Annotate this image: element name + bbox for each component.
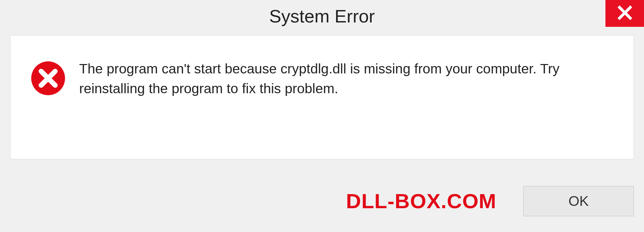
ok-button[interactable]: OK [523, 186, 634, 216]
watermark-text: DLL-BOX.COM [346, 189, 496, 213]
dialog-title: System Error [269, 6, 375, 26]
dialog-content: The program can't start because cryptdlg… [10, 35, 634, 159]
error-icon [31, 61, 66, 96]
close-icon [617, 5, 633, 22]
dialog-footer: DLL-BOX.COM OK [10, 180, 634, 222]
close-button[interactable] [605, 0, 644, 27]
titlebar: System Error [0, 0, 644, 32]
error-message: The program can't start because cryptdlg… [79, 59, 582, 99]
